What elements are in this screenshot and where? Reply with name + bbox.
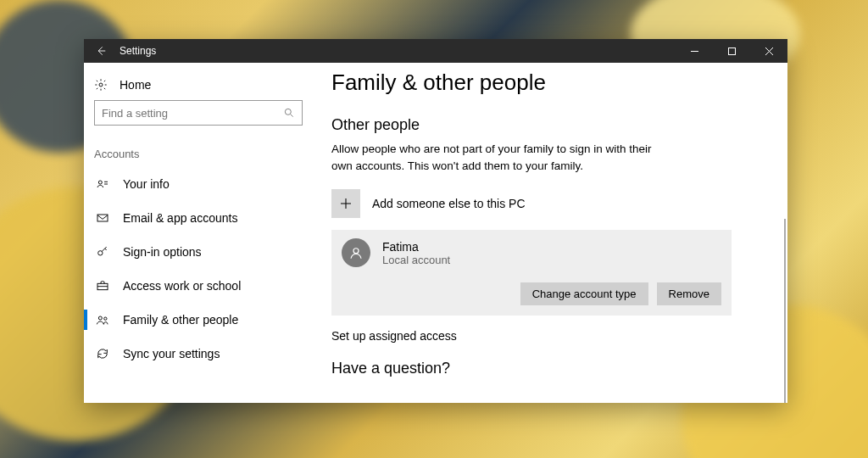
svg-rect-4 <box>97 215 108 221</box>
minimize-button[interactable] <box>676 39 713 63</box>
back-button[interactable] <box>84 39 118 63</box>
maximize-button[interactable] <box>713 39 750 63</box>
svg-rect-0 <box>728 47 735 54</box>
user-card[interactable]: Fatima Local account Change account type… <box>331 230 732 316</box>
add-someone-label: Add someone else to this PC <box>372 197 526 210</box>
svg-point-1 <box>99 83 103 87</box>
main-content: Family & other people Other people Allow… <box>313 63 787 403</box>
plus-box <box>331 189 360 218</box>
sidebar-section-label: Accounts <box>84 132 313 167</box>
remove-button[interactable]: Remove <box>657 282 721 305</box>
person-icon <box>348 245 364 260</box>
sidebar: Home Accounts Your info Email & app acco… <box>84 63 313 403</box>
maximize-icon <box>727 47 737 56</box>
arrow-left-icon <box>95 45 107 57</box>
svg-point-8 <box>104 317 107 320</box>
sidebar-item-signin[interactable]: Sign-in options <box>84 235 313 269</box>
add-someone-button[interactable]: Add someone else to this PC <box>331 189 769 218</box>
assigned-access-link[interactable]: Set up assigned access <box>331 329 769 343</box>
svg-point-7 <box>98 316 102 320</box>
search-input[interactable] <box>94 100 303 126</box>
search-icon <box>283 107 295 119</box>
page-title: Family & other people <box>331 70 769 96</box>
close-button[interactable] <box>750 39 787 63</box>
home-label: Home <box>120 78 151 92</box>
sidebar-item-your-info[interactable]: Your info <box>84 167 313 201</box>
avatar <box>342 238 370 267</box>
sidebar-item-sync[interactable]: Sync your settings <box>84 337 313 371</box>
briefcase-icon <box>96 279 109 293</box>
close-icon <box>765 47 774 56</box>
sidebar-item-label: Sign-in options <box>123 245 202 259</box>
sidebar-item-work[interactable]: Access work or school <box>84 269 313 303</box>
sidebar-item-label: Email & app accounts <box>123 211 237 225</box>
sidebar-item-family[interactable]: Family & other people <box>84 303 313 337</box>
key-icon <box>96 245 109 259</box>
user-account-type: Local account <box>382 254 450 266</box>
window-title: Settings <box>118 45 156 57</box>
people-icon <box>96 313 109 327</box>
person-card-icon <box>96 177 109 191</box>
minimize-icon <box>690 47 699 56</box>
svg-point-2 <box>285 109 291 114</box>
svg-point-3 <box>98 181 102 184</box>
plus-icon <box>338 196 353 211</box>
section-description: Allow people who are not part of your fa… <box>331 141 654 174</box>
search-field[interactable] <box>102 107 276 120</box>
svg-point-9 <box>353 249 359 254</box>
have-a-question-heading: Have a question? <box>331 360 769 377</box>
mail-icon <box>96 211 109 225</box>
sidebar-item-label: Family & other people <box>123 313 238 327</box>
sidebar-item-label: Access work or school <box>123 279 241 293</box>
sidebar-item-label: Sync your settings <box>123 347 220 360</box>
sync-icon <box>96 347 109 360</box>
change-account-type-button[interactable]: Change account type <box>520 282 648 305</box>
sidebar-item-label: Your info <box>123 177 170 191</box>
svg-point-5 <box>98 251 103 255</box>
settings-window: Settings Home Accounts <box>84 39 787 403</box>
home-button[interactable]: Home <box>84 73 313 100</box>
sidebar-item-email[interactable]: Email & app accounts <box>84 201 313 235</box>
gear-icon <box>94 78 108 92</box>
titlebar: Settings <box>84 39 787 63</box>
user-name: Fatima <box>382 240 450 254</box>
scrollbar[interactable] <box>784 219 786 403</box>
section-heading-other: Other people <box>331 116 769 134</box>
